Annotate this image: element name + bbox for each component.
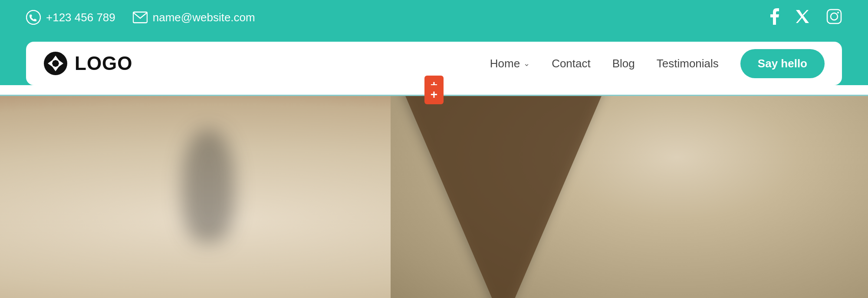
hero-section <box>0 95 868 298</box>
logo-area: LOGO <box>43 51 133 76</box>
facebook-icon[interactable] <box>770 8 779 27</box>
phone-number: +123 456 789 <box>46 11 115 24</box>
plus-icon-2: + <box>431 88 437 102</box>
nav-contact-label: Contact <box>552 57 591 70</box>
nav-blog-label: Blog <box>612 57 635 70</box>
nav-home-label: Home <box>490 57 520 70</box>
nav-testimonials-label: Testimonials <box>657 57 719 70</box>
funnel-shape <box>399 95 608 298</box>
hero-funnel-container <box>399 95 608 298</box>
social-icons <box>770 8 842 27</box>
home-chevron-icon: ⌄ <box>523 59 530 68</box>
hero-object-shadow <box>182 129 234 242</box>
nav-testimonials[interactable]: Testimonials <box>657 57 719 70</box>
add-block-button-section[interactable]: + <box>424 85 444 104</box>
nav-home[interactable]: Home ⌄ <box>490 57 530 70</box>
svg-rect-2 <box>827 10 841 23</box>
instagram-icon[interactable] <box>826 9 842 26</box>
top-bar-left: +123 456 789 name@website.com <box>26 10 255 25</box>
svg-point-3 <box>831 13 838 20</box>
logo-icon <box>43 51 68 76</box>
say-hello-button[interactable]: Say hello <box>740 49 825 78</box>
svg-point-0 <box>26 10 40 24</box>
nav-links: Home ⌄ Contact Blog Testimonials Say hel… <box>490 49 825 78</box>
phone-contact: +123 456 789 <box>26 10 115 25</box>
phone-icon <box>26 10 41 25</box>
nav-blog[interactable]: Blog <box>612 57 635 70</box>
nav-contact[interactable]: Contact <box>552 57 591 70</box>
email-address: name@website.com <box>153 11 255 24</box>
svg-point-5 <box>44 52 67 75</box>
logo-text: LOGO <box>75 53 133 74</box>
email-contact: name@website.com <box>133 10 255 25</box>
email-icon <box>133 10 148 25</box>
navbar-wrapper: LOGO Home ⌄ Contact Blog Testimonials Sa… <box>0 35 868 85</box>
svg-point-4 <box>837 12 839 13</box>
top-bar: +123 456 789 name@website.com <box>0 0 868 35</box>
twitter-x-icon[interactable] <box>795 9 811 26</box>
